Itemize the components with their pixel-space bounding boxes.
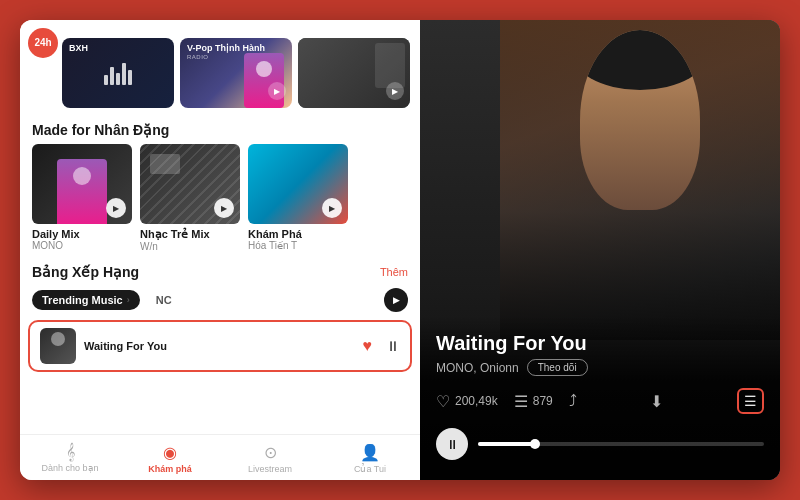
- nav-cua-tui[interactable]: 👤 Của Tui: [320, 441, 420, 476]
- bar-4: [122, 63, 126, 85]
- np-song-title: Waiting For You: [84, 340, 355, 352]
- play-pause-button[interactable]: ⏸: [436, 428, 468, 460]
- bar-3: [116, 73, 120, 85]
- card-nhac-img: ▶: [140, 144, 240, 224]
- stat-share[interactable]: ⤴: [569, 392, 577, 410]
- nav-cua-tui-icon: 👤: [360, 443, 380, 462]
- card-kham-pha[interactable]: ▶ Khám Phá Hóa Tiến T: [248, 144, 348, 252]
- now-playing-bar[interactable]: Waiting For You ♥ ⏸: [28, 320, 412, 372]
- nav-for-you[interactable]: 𝄞 Dành cho bạn: [20, 441, 120, 476]
- bxh-title: Bảng Xếp Hạng: [32, 264, 139, 280]
- trending-tab-active[interactable]: Trending Music ›: [32, 290, 140, 310]
- top-banner-row: BXH V-Pop Thịnh Hành RADIO ▶ Remix Việt: [52, 28, 420, 114]
- nav-for-you-icon: 𝄞: [66, 443, 75, 461]
- nav-for-you-label: Dành cho bạn: [41, 463, 98, 473]
- card-daily-mix[interactable]: ▶ Daily Mix MONO: [32, 144, 132, 252]
- comment-icon: ☰: [514, 392, 528, 411]
- app-logo: 24h: [28, 28, 58, 58]
- np-heart-icon[interactable]: ♥: [363, 337, 373, 355]
- left-panel: BXH V-Pop Thịnh Hành RADIO ▶ Remix Việt: [20, 20, 420, 480]
- card-nhac-play[interactable]: ▶: [214, 198, 234, 218]
- trending-play-btn[interactable]: ▶: [384, 288, 408, 312]
- card-kham-play[interactable]: ▶: [322, 198, 342, 218]
- stat-likes[interactable]: ♡ 200,49k: [436, 392, 498, 411]
- likes-count: 200,49k: [455, 394, 498, 408]
- card-daily-img: ▶: [32, 144, 132, 224]
- queue-icon: ☰: [744, 393, 757, 409]
- np-pause-icon[interactable]: ⏸: [386, 338, 400, 354]
- remix-play-icon[interactable]: ▶: [386, 82, 404, 100]
- card-daily-subtitle: MONO: [32, 240, 132, 251]
- nav-cua-tui-label: Của Tui: [354, 464, 386, 474]
- face-shape: [580, 30, 700, 210]
- app-container: 24h BXH V-Pop Thịnh Hành RADIO: [20, 20, 780, 480]
- vpop-play-icon[interactable]: ▶: [268, 82, 286, 100]
- trending-tab-label: Trending Music: [42, 294, 123, 306]
- song-artists: MONO, Onionn: [436, 361, 519, 375]
- banner-vpop[interactable]: V-Pop Thịnh Hành RADIO ▶: [180, 38, 292, 108]
- heart-icon: ♡: [436, 392, 450, 411]
- nav-kham-pha[interactable]: ◉ Khám phá: [120, 441, 220, 476]
- np-thumbnail: [40, 328, 76, 364]
- stat-download[interactable]: ⬇: [650, 392, 663, 411]
- banner-vpop-sublabel: RADIO: [187, 54, 209, 60]
- nav-kham-pha-label: Khám phá: [148, 464, 192, 474]
- card-kham-title: Khám Phá: [248, 228, 348, 240]
- nav-livestream-icon: ⊙: [264, 443, 277, 462]
- progress-bar[interactable]: [478, 442, 764, 446]
- stat-comments[interactable]: ☰ 879: [514, 392, 553, 411]
- progress-row: ⏸: [436, 428, 764, 460]
- card-nhac-tre[interactable]: ▶ Nhạc Trẻ Mix W/n: [140, 144, 240, 252]
- trending-tab-nc[interactable]: NC: [146, 290, 182, 310]
- bar-5: [128, 70, 132, 85]
- banner-bxh[interactable]: BXH: [62, 38, 174, 108]
- card-nhac-subtitle: W/n: [140, 241, 240, 252]
- card-kham-img: ▶: [248, 144, 348, 224]
- card-daily-face: [57, 159, 107, 224]
- progress-fill: [478, 442, 535, 446]
- download-icon: ⬇: [650, 392, 663, 411]
- them-link[interactable]: Thêm: [380, 266, 408, 278]
- card-nhac-title: Nhạc Trẻ Mix: [140, 228, 240, 241]
- song-meta-row: MONO, Onionn Theo dõi: [436, 359, 764, 376]
- trending-arrow: ›: [127, 295, 130, 305]
- artist-image: [500, 20, 780, 340]
- trending-tabs-row: Trending Music › NC ▶: [20, 284, 420, 316]
- nav-kham-pha-icon: ◉: [163, 443, 177, 462]
- bottom-nav: 𝄞 Dành cho bạn ◉ Khám phá ⊙ Livestream 👤…: [20, 434, 420, 480]
- logo-text: 24h: [34, 38, 51, 48]
- card-daily-play[interactable]: ▶: [106, 198, 126, 218]
- queue-button[interactable]: ☰: [737, 388, 764, 414]
- share-icon: ⤴: [569, 392, 577, 410]
- music-cards-row: ▶ Daily Mix MONO ▶ Nhạc Trẻ Mix W/n ▶ Kh: [20, 144, 420, 260]
- right-song-title: Waiting For You: [436, 332, 764, 355]
- bar-1: [104, 75, 108, 85]
- banner-remix[interactable]: Remix Việt RADIO ▶: [298, 38, 410, 108]
- bar-2: [110, 67, 114, 85]
- comments-count: 879: [533, 394, 553, 408]
- nav-livestream-label: Livestream: [248, 464, 292, 474]
- right-panel: Waiting For You MONO, Onionn Theo dõi ♡ …: [420, 20, 780, 480]
- nav-livestream[interactable]: ⊙ Livestream: [220, 441, 320, 476]
- card-kham-subtitle: Hóa Tiến T: [248, 240, 348, 251]
- bxh-header: Bảng Xếp Hạng Thêm: [20, 260, 420, 284]
- follow-button[interactable]: Theo dõi: [527, 359, 588, 376]
- banner-bxh-label: BXH: [69, 43, 88, 54]
- made-for-title: Made for Nhân Đặng: [20, 114, 420, 144]
- card-daily-title: Daily Mix: [32, 228, 132, 240]
- right-content: Waiting For You MONO, Onionn Theo dõi ♡ …: [420, 316, 780, 480]
- bxh-bars: [104, 61, 132, 85]
- stats-row: ♡ 200,49k ☰ 879 ⤴ ⬇ ☰: [436, 388, 764, 414]
- trending-tab-nc-label: NC: [156, 294, 172, 306]
- progress-thumb: [530, 439, 540, 449]
